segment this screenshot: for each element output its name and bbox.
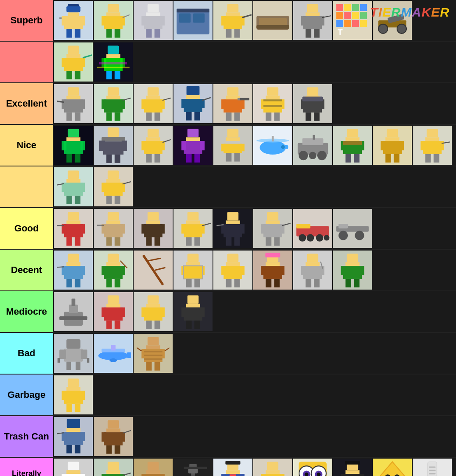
svg-rect-454 (280, 474, 285, 476)
svg-rect-136 (302, 97, 323, 101)
svg-rect-139 (68, 129, 79, 138)
svg-rect-479 (429, 473, 435, 474)
list-item (134, 459, 173, 476)
svg-rect-117 (240, 99, 245, 109)
svg-rect-331 (314, 279, 319, 287)
svg-rect-361 (200, 307, 205, 317)
list-item (293, 459, 332, 476)
tier-row-decent: Decent (0, 250, 456, 291)
svg-rect-121 (234, 113, 240, 121)
svg-rect-325 (306, 262, 320, 266)
svg-rect-49 (352, 4, 359, 11)
svg-rect-224 (115, 196, 120, 204)
svg-rect-10 (106, 12, 120, 16)
svg-rect-322 (266, 279, 271, 287)
svg-rect-9 (108, 4, 119, 13)
svg-rect-155 (144, 141, 162, 154)
svg-rect-81 (68, 87, 79, 96)
svg-rect-466 (345, 461, 360, 465)
list-item (54, 459, 93, 476)
svg-rect-197 (381, 141, 386, 150)
svg-rect-290 (108, 254, 119, 262)
svg-rect-52 (344, 12, 351, 19)
tier-label-excellent: Excellent (0, 83, 53, 124)
svg-rect-25 (179, 14, 191, 23)
svg-rect-259 (221, 224, 226, 234)
svg-rect-58 (360, 20, 367, 27)
svg-rect-357 (187, 296, 199, 304)
list-item (413, 126, 452, 165)
svg-rect-103 (146, 113, 152, 121)
list-item (333, 251, 372, 290)
svg-rect-293 (102, 266, 106, 275)
svg-rect-445 (221, 474, 226, 476)
svg-rect-324 (307, 254, 318, 262)
list-item (173, 292, 213, 331)
tier-items-garbage (53, 375, 456, 415)
tier-items-excellent (53, 83, 456, 124)
list-item (134, 251, 173, 290)
tier-row-nice-2 (0, 166, 456, 208)
tier-items-trashcan (53, 416, 456, 457)
list-item (213, 84, 252, 123)
svg-rect-364 (67, 339, 81, 349)
svg-rect-22 (146, 29, 152, 38)
list-item (54, 417, 93, 456)
svg-rect-382 (144, 351, 162, 352)
svg-rect-50 (360, 4, 367, 11)
svg-rect-420 (106, 470, 120, 474)
svg-rect-288 (67, 279, 72, 287)
svg-line-33 (242, 15, 252, 18)
svg-rect-249 (186, 220, 200, 224)
svg-rect-303 (184, 266, 202, 279)
svg-rect-100 (142, 99, 146, 109)
svg-rect-262 (226, 237, 232, 246)
svg-rect-377 (148, 337, 159, 346)
list-item (94, 1, 133, 40)
list-item (253, 209, 292, 248)
svg-rect-199 (386, 154, 391, 163)
list-item (333, 459, 372, 476)
svg-rect-430 (142, 474, 146, 476)
svg-rect-244 (142, 224, 146, 234)
svg-rect-394 (67, 404, 72, 412)
svg-rect-408 (120, 432, 125, 442)
svg-rect-223 (106, 196, 112, 204)
svg-line-387 (137, 348, 142, 351)
tier-items-bad (53, 333, 456, 374)
svg-rect-123 (266, 96, 280, 99)
svg-rect-88 (75, 113, 80, 121)
svg-rect-172 (240, 144, 245, 152)
svg-rect-385 (146, 362, 152, 371)
svg-text:T: T (338, 28, 343, 37)
svg-rect-216 (75, 196, 80, 204)
svg-rect-243 (144, 224, 162, 237)
svg-rect-191 (343, 141, 362, 145)
svg-rect-182 (313, 135, 315, 140)
list-item (94, 42, 133, 82)
svg-rect-68 (81, 58, 85, 67)
svg-rect-431 (160, 474, 165, 476)
list-item (54, 209, 93, 248)
list-item (173, 126, 213, 165)
svg-rect-250 (184, 224, 202, 237)
svg-rect-374 (111, 345, 116, 350)
svg-rect-389 (68, 379, 79, 387)
svg-rect-232 (75, 237, 80, 246)
svg-rect-195 (386, 137, 400, 141)
list-item (54, 84, 93, 123)
svg-rect-40 (306, 12, 320, 16)
list-item (253, 126, 292, 165)
svg-rect-147 (102, 137, 125, 141)
svg-point-275 (307, 234, 314, 242)
svg-line-388 (165, 348, 170, 351)
svg-rect-83 (64, 99, 83, 113)
svg-rect-39 (307, 4, 318, 13)
list-item (54, 1, 93, 40)
list-item (94, 84, 133, 123)
tier-items-good (53, 208, 456, 249)
svg-rect-337 (346, 279, 351, 287)
list-item: T (333, 1, 372, 40)
svg-rect-171 (221, 144, 226, 152)
svg-rect-380 (142, 349, 146, 358)
